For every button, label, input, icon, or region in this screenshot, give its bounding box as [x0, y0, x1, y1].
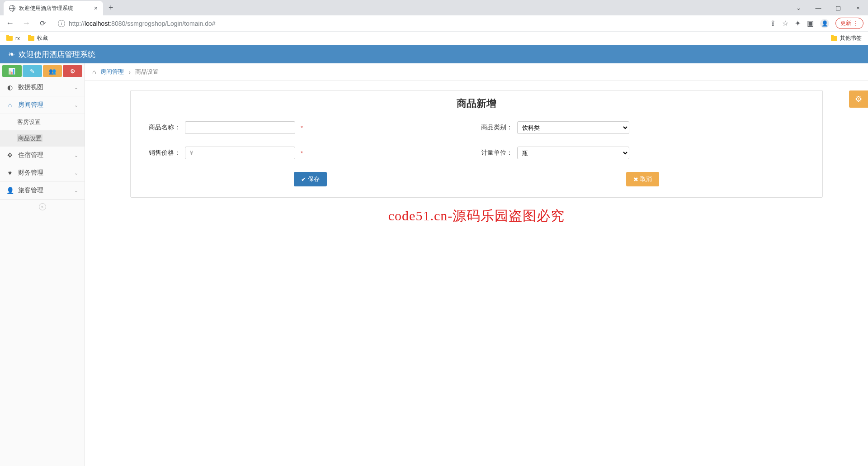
close-icon: ✖ [633, 176, 638, 183]
form-group-category: 商品类别： 饮料类 [476, 121, 809, 134]
breadcrumb-current: 商品设置 [135, 68, 159, 76]
chevron-down-icon: ⌄ [74, 170, 78, 176]
unit-label: 计量单位： [476, 149, 513, 157]
chevron-down-icon: ⌄ [74, 152, 78, 158]
maximize-icon[interactable]: ▢ [828, 1, 848, 14]
sidebar-item-stay[interactable]: ✥ 住宿管理 ⌄ [0, 147, 85, 164]
bookmark-bar: rx 收藏 其他书签 [0, 32, 868, 45]
sidebar-subitem-goods[interactable]: 商品设置 [0, 130, 85, 147]
tab-title: 欢迎使用酒店管理系统 [19, 5, 90, 12]
sidebar-subitem-roomset[interactable]: 客房设置 [0, 114, 85, 130]
breadcrumb: ⌂ 房间管理 › 商品设置 [85, 63, 868, 81]
browser-tab[interactable]: 欢迎使用酒店管理系统 × [4, 1, 103, 15]
sidebar-item-label: 旅客管理 [18, 186, 43, 195]
leaf-icon: ❧ [8, 49, 15, 59]
price-label: 销售价格： [144, 149, 180, 157]
sidebar-item-dashboard[interactable]: ◐ 数据视图 ⌄ [0, 79, 85, 96]
price-input[interactable] [185, 147, 295, 159]
gear-icon: ⚙ [855, 94, 862, 104]
form-group-name: 商品名称： * [144, 121, 476, 134]
chevron-down-icon: ⌄ [74, 188, 78, 194]
form-group-unit: 计量单位： 瓶 [476, 147, 809, 159]
pencil-icon: ✎ [30, 68, 35, 75]
settings-float-button[interactable]: ⚙ [849, 90, 868, 108]
app-header: ❧ 欢迎使用酒店管理系统 [0, 45, 868, 63]
minimize-icon[interactable]: — [808, 1, 828, 14]
sidebar-subitem-label: 客房设置 [17, 119, 41, 125]
heart-icon: ♥ [6, 169, 14, 176]
quick-users-button[interactable]: 👥 [43, 65, 62, 77]
close-window-icon[interactable]: × [848, 1, 868, 14]
collapse-icon: « [39, 203, 46, 210]
cancel-button[interactable]: ✖取消 [626, 172, 659, 186]
chart-icon: 📊 [8, 68, 15, 75]
sidebar-item-finance[interactable]: ♥ 财务管理 ⌄ [0, 164, 85, 182]
form-group-price: 销售价格： ￥ * [144, 147, 476, 159]
forward-button[interactable]: → [21, 19, 32, 28]
sidebar-subitem-label: 商品设置 [17, 134, 42, 142]
url-bar[interactable]: i http://localhost:8080/ssmgrogshop/Logi… [53, 20, 764, 27]
quick-buttons: 📊 ✎ 👥 ⚙ [0, 63, 85, 79]
browser-chrome: 欢迎使用酒店管理系统 × + ⌄ — ▢ × ← → ⟳ i http://lo… [0, 0, 868, 45]
name-input[interactable] [185, 121, 295, 134]
sidebar: 📊 ✎ 👥 ⚙ ◐ 数据视图 ⌄ ⌂ 房间管理 ⌄ 客房设置 商品设置 ✥ 住宿… [0, 63, 85, 466]
window-controls: ⌄ — ▢ × [788, 1, 868, 14]
bookmark-other[interactable]: 其他书签 [831, 34, 862, 42]
sidebar-item-label: 数据视图 [18, 83, 43, 91]
sidebar-collapse-button[interactable]: « [0, 200, 85, 213]
update-button[interactable]: 更新 ⋮ [835, 18, 863, 29]
name-label: 商品名称： [144, 124, 180, 132]
sidebar-item-label: 财务管理 [18, 169, 43, 177]
profile-avatar-icon[interactable]: 👤 [820, 19, 829, 28]
sidebar-item-room[interactable]: ⌂ 房间管理 ⌄ [0, 96, 85, 114]
chevron-down-icon: ⌄ [74, 102, 78, 108]
star-icon[interactable]: ☆ [782, 19, 788, 28]
cogs-icon: ⚙ [70, 68, 75, 75]
back-button[interactable]: ← [5, 19, 15, 28]
close-tab-icon[interactable]: × [94, 5, 98, 12]
app-title: 欢迎使用酒店管理系统 [19, 49, 95, 60]
folder-icon [28, 36, 34, 41]
window-dropdown-icon[interactable]: ⌄ [788, 1, 808, 14]
tab-bar: 欢迎使用酒店管理系统 × + ⌄ — ▢ × [0, 0, 868, 15]
quick-settings-button[interactable]: ⚙ [63, 65, 82, 77]
home-icon[interactable]: ⌂ [92, 68, 96, 76]
currency-prefix: ￥ [189, 149, 194, 157]
quick-edit-button[interactable]: ✎ [23, 65, 42, 77]
required-mark: * [301, 124, 303, 131]
save-button[interactable]: ✔保存 [294, 172, 327, 186]
folder-icon [831, 36, 837, 41]
breadcrumb-parent[interactable]: 房间管理 [100, 68, 124, 76]
unit-select[interactable]: 瓶 [517, 147, 629, 159]
required-mark: * [301, 150, 303, 157]
new-tab-button[interactable]: + [103, 3, 119, 13]
app-layout: 📊 ✎ 👥 ⚙ ◐ 数据视图 ⌄ ⌂ 房间管理 ⌄ 客房设置 商品设置 ✥ 住宿… [0, 63, 868, 466]
category-label: 商品类别： [476, 124, 513, 132]
extensions-icon[interactable]: ✦ [795, 19, 801, 28]
site-info-icon[interactable]: i [58, 20, 65, 27]
form-row: 销售价格： ￥ * 计量单位： 瓶 [131, 147, 822, 159]
sidebar-item-guest[interactable]: 👤 旅客管理 ⌄ [0, 182, 85, 200]
browser-toolbar: ← → ⟳ i http://localhost:8080/ssmgrogsho… [0, 15, 868, 32]
reload-button[interactable]: ⟳ [37, 19, 48, 28]
folder-icon [6, 36, 13, 41]
sidebar-item-label: 房间管理 [18, 101, 43, 109]
dashboard-icon: ◐ [6, 84, 14, 91]
button-row: ✔保存 ✖取消 [131, 172, 822, 186]
globe-icon [9, 5, 15, 11]
category-select[interactable]: 饮料类 [517, 121, 629, 134]
url-text: http://localhost:8080/ssmgrogshop/Login/… [69, 20, 216, 27]
watermark-text: code51.cn-源码乐园盗图必究 [85, 207, 868, 225]
move-icon: ✥ [6, 152, 14, 159]
share-icon[interactable]: ⇪ [770, 19, 776, 28]
check-icon: ✔ [301, 176, 306, 183]
bookmark-fav[interactable]: 收藏 [28, 34, 48, 42]
bookmark-rx[interactable]: rx [6, 35, 20, 42]
quick-stats-button[interactable]: 📊 [2, 65, 22, 77]
form-panel: 商品新增 商品名称： * 商品类别： 饮料类 销售价格： [130, 90, 823, 198]
users-icon: 👥 [49, 68, 56, 75]
user-icon: 👤 [6, 187, 14, 194]
reading-list-icon[interactable]: ▣ [807, 19, 814, 28]
chevron-down-icon: ⌄ [74, 85, 78, 90]
form-title: 商品新增 [131, 97, 822, 110]
